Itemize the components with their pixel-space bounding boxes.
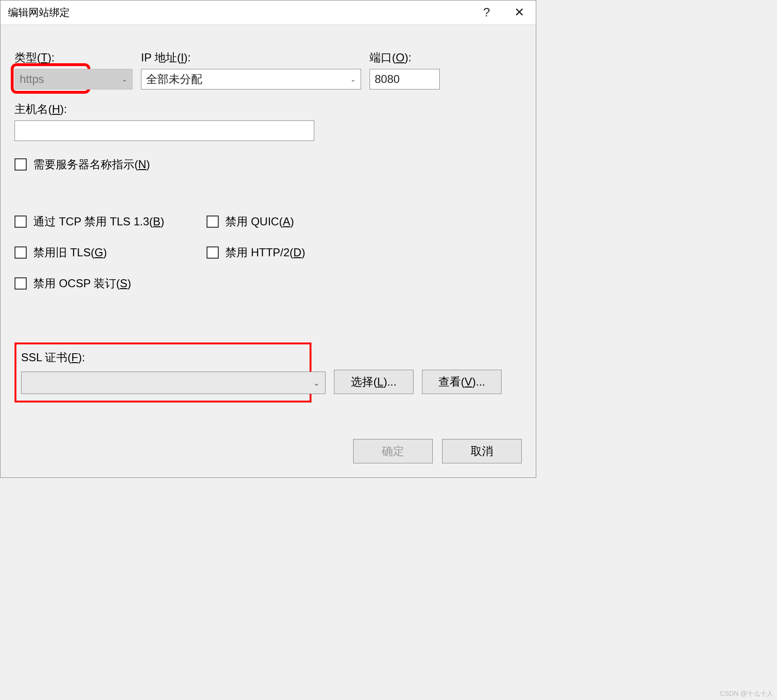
host-label: 主机名(H): xyxy=(15,102,314,117)
cancel-button[interactable]: 取消 xyxy=(442,439,522,463)
close-button[interactable]: ✕ xyxy=(503,0,536,25)
view-cert-button[interactable]: 查看(V)... xyxy=(422,370,502,394)
chevron-down-icon: ⌄ xyxy=(350,75,356,83)
disable-quic-checkbox[interactable]: 禁用 QUIC(A) xyxy=(207,214,522,229)
disable-ocsp-label: 禁用 OCSP 装订(S) xyxy=(33,276,131,291)
disable-http2-checkbox[interactable]: 禁用 HTTP/2(D) xyxy=(207,245,522,260)
chevron-down-icon: ⌄ xyxy=(122,75,127,83)
host-input[interactable] xyxy=(15,120,314,141)
checkbox-icon xyxy=(15,277,27,290)
dialog-footer: 确定 取消 xyxy=(353,439,522,463)
checkbox-icon xyxy=(15,246,27,259)
disable-http2-label: 禁用 HTTP/2(D) xyxy=(225,245,305,260)
ip-label: IP 地址(I): xyxy=(141,50,361,65)
dialog-content: 类型(T): https ⌄ IP 地址(I): 全部未分配 ⌄ 端口(O): … xyxy=(0,25,536,408)
checkbox-icon xyxy=(207,246,219,259)
disable-tls13-label: 通过 TCP 禁用 TLS 1.3(B) xyxy=(33,214,164,229)
disable-tls13-checkbox[interactable]: 通过 TCP 禁用 TLS 1.3(B) xyxy=(15,214,207,229)
port-label: 端口(O): xyxy=(370,50,440,65)
port-input[interactable] xyxy=(370,69,440,89)
type-value: https xyxy=(20,73,44,86)
require-sni-checkbox[interactable]: 需要服务器名称指示(N) xyxy=(15,157,522,172)
select-cert-button[interactable]: 选择(L)... xyxy=(334,370,414,394)
ip-combo[interactable]: 全部未分配 ⌄ xyxy=(141,69,361,89)
titlebar: 编辑网站绑定 ? ✕ xyxy=(0,0,536,25)
ok-button[interactable]: 确定 xyxy=(353,439,433,463)
type-label: 类型(T): xyxy=(15,50,133,65)
edit-site-binding-dialog: 编辑网站绑定 ? ✕ 类型(T): https ⌄ IP 地址(I): 全部未分… xyxy=(0,0,536,478)
disable-quic-label: 禁用 QUIC(A) xyxy=(225,214,294,229)
checkbox-icon xyxy=(15,216,27,228)
disable-legacy-tls-label: 禁用旧 TLS(G) xyxy=(33,245,107,260)
checkbox-icon xyxy=(207,216,219,228)
type-combo[interactable]: https ⌄ xyxy=(15,69,133,89)
disable-legacy-tls-checkbox[interactable]: 禁用旧 TLS(G) xyxy=(15,245,207,260)
disable-ocsp-checkbox[interactable]: 禁用 OCSP 装订(S) xyxy=(15,276,207,291)
require-sni-label: 需要服务器名称指示(N) xyxy=(33,157,150,172)
help-button[interactable]: ? xyxy=(470,0,503,25)
ssl-cert-combo[interactable]: ⌄ xyxy=(21,372,326,394)
ssl-cert-label: SSL 证书(F): xyxy=(21,350,522,365)
ip-value: 全部未分配 xyxy=(146,72,202,87)
dialog-title: 编辑网站绑定 xyxy=(8,6,470,20)
checkbox-icon xyxy=(15,158,27,171)
chevron-down-icon: ⌄ xyxy=(313,379,319,387)
